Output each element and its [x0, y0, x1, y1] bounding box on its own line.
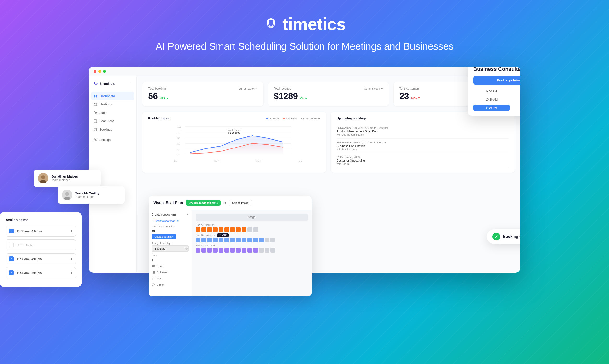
- time-slot-830[interactable]: 8:30 PM: [473, 105, 510, 111]
- svg-point-15: [96, 112, 97, 113]
- time-slot-1[interactable]: Unavailable: [6, 239, 76, 250]
- tools-close-icon[interactable]: ×: [187, 213, 189, 217]
- seat[interactable]: [242, 248, 247, 253]
- checkbox-2[interactable]: ✓: [9, 257, 14, 261]
- seat-plan-card: Visual Seat Plan Use pre-made template o…: [149, 196, 312, 297]
- sidebar-item-bookings[interactable]: Bookings: [89, 125, 137, 134]
- tool-icons-list: Rows Columns T: [152, 264, 189, 286]
- stat-card-revenue: Total revenue Current week $1289 7%: [268, 82, 389, 106]
- tools-panel-header: Create row/column ×: [152, 213, 189, 217]
- row-icon: [152, 264, 155, 268]
- booking-item-1: 28 November, 2023 @ 8:30 am to 9:00 pm B…: [337, 139, 509, 153]
- seat[interactable]: [213, 227, 218, 232]
- checkbox-3[interactable]: ✓: [9, 270, 14, 275]
- bookings-icon: [94, 128, 97, 131]
- sidebar-item-dashboard[interactable]: Dashboard: [91, 92, 134, 100]
- seat[interactable]: [224, 248, 229, 253]
- assign-ticket-row: Assign ticket type Standard: [152, 242, 189, 252]
- upload-image-button[interactable]: Upload Image: [229, 200, 252, 206]
- seat[interactable]: [230, 248, 235, 253]
- seat[interactable]: [196, 248, 200, 253]
- team-card-tony: Tony McCarthy Team member: [57, 186, 125, 204]
- seat[interactable]: [230, 227, 235, 232]
- seat[interactable]: [242, 238, 247, 242]
- stat-period-bookings[interactable]: Current week: [238, 87, 258, 90]
- seat[interactable]: [219, 238, 223, 242]
- tool-circle-icon[interactable]: Circle: [152, 283, 189, 286]
- seat[interactable]: [224, 227, 229, 232]
- ticket-type-select[interactable]: Standard: [152, 246, 189, 252]
- or-text: or: [223, 201, 226, 205]
- seat[interactable]: [224, 238, 229, 242]
- seat[interactable]: [270, 248, 275, 253]
- time-slot-900[interactable]: 9:00 AM: [473, 88, 510, 95]
- seat[interactable]: [207, 227, 212, 232]
- seat[interactable]: [207, 238, 212, 242]
- time-slot-530[interactable]: 5:30 PM: [512, 88, 520, 95]
- seat[interactable]: [253, 248, 258, 253]
- sidebar-item-staffs[interactable]: Staffs: [89, 108, 137, 117]
- time-slot-2[interactable]: ✓ 11:30am - 4:00pm +: [6, 253, 76, 264]
- meetings-label: Meetings: [99, 103, 112, 106]
- svg-text:40: 40: [178, 148, 180, 151]
- checkbox-0[interactable]: ✓: [9, 229, 14, 234]
- chart-header: Booking report Booked Canceled: [148, 117, 320, 120]
- seat[interactable]: [201, 227, 206, 232]
- seat[interactable]: [236, 248, 241, 253]
- ticket-quantity-value: 60: [152, 229, 189, 233]
- seat[interactable]: [213, 238, 218, 242]
- booking-date-1: 28 November, 2023 @ 8:30 am to 9:00 pm: [337, 141, 509, 144]
- sidebar-collapse-icon[interactable]: ›: [131, 82, 132, 85]
- seat[interactable]: [219, 248, 223, 253]
- time-slot-0[interactable]: ✓ 11:30am - 4:00pm +: [6, 226, 76, 237]
- wednesday-label: Wednesday 81 booked: [228, 129, 241, 134]
- book-appointment-button[interactable]: Book appointment: [473, 76, 520, 85]
- time-slot-1030[interactable]: 10:30 AM: [473, 96, 510, 103]
- seat[interactable]: [248, 227, 252, 232]
- plus-icon-3[interactable]: +: [70, 271, 73, 275]
- update-quantity-button[interactable]: Update quantity: [152, 234, 176, 239]
- seat[interactable]: [248, 248, 252, 253]
- plus-icon-2[interactable]: +: [70, 257, 73, 261]
- use-template-button[interactable]: Use pre-made template: [186, 200, 221, 206]
- chart-x-labels: SAT SUN MON TUE: [148, 159, 320, 162]
- seat[interactable]: [230, 238, 235, 242]
- back-to-list[interactable]: ← Back to seat map list: [152, 219, 189, 222]
- chevron-down-icon-4: [318, 117, 320, 120]
- chart-period-selector[interactable]: Current week: [301, 117, 320, 120]
- bookings-label: Bookings: [99, 128, 112, 131]
- seat[interactable]: [207, 248, 212, 253]
- seat[interactable]: [265, 248, 269, 253]
- sidebar-item-seat-plans[interactable]: Seat Plans: [89, 117, 137, 125]
- checkbox-1[interactable]: [9, 243, 14, 247]
- sidebar-item-settings[interactable]: Settings: [89, 136, 137, 144]
- seat[interactable]: [201, 238, 206, 242]
- meetings-icon: [94, 103, 97, 106]
- seat[interactable]: [219, 227, 223, 232]
- seat[interactable]: [259, 248, 264, 253]
- seat[interactable]: [259, 238, 264, 242]
- tool-row-icon[interactable]: Rows: [152, 264, 189, 268]
- seat[interactable]: [236, 227, 241, 232]
- brand-logo-text: timetics: [282, 14, 346, 34]
- row-a-label: Row A - Premium: [196, 224, 308, 226]
- plus-icon-0[interactable]: +: [70, 229, 73, 233]
- sidebar-item-meetings[interactable]: Meetings: [89, 100, 137, 108]
- time-slot-3[interactable]: ✓ 11:30am - 4:00pm +: [6, 267, 76, 278]
- seat[interactable]: [196, 227, 200, 232]
- seat[interactable]: [248, 238, 252, 242]
- tool-text-icon[interactable]: T Text: [152, 277, 189, 280]
- seat[interactable]: [270, 238, 275, 242]
- stat-period-revenue[interactable]: Current week: [364, 87, 383, 90]
- tool-col-icon[interactable]: Columns: [152, 271, 189, 274]
- seat[interactable]: [253, 227, 258, 232]
- seat[interactable]: [213, 248, 218, 253]
- seat[interactable]: [253, 238, 258, 242]
- seat[interactable]: [201, 248, 206, 253]
- settings-label: Settings: [99, 138, 111, 142]
- seat[interactable]: [196, 238, 200, 242]
- seat[interactable]: [236, 238, 241, 242]
- seat[interactable]: [265, 238, 269, 242]
- time-slot-700[interactable]: 7:00 PM: [512, 96, 520, 103]
- seat[interactable]: [242, 227, 247, 232]
